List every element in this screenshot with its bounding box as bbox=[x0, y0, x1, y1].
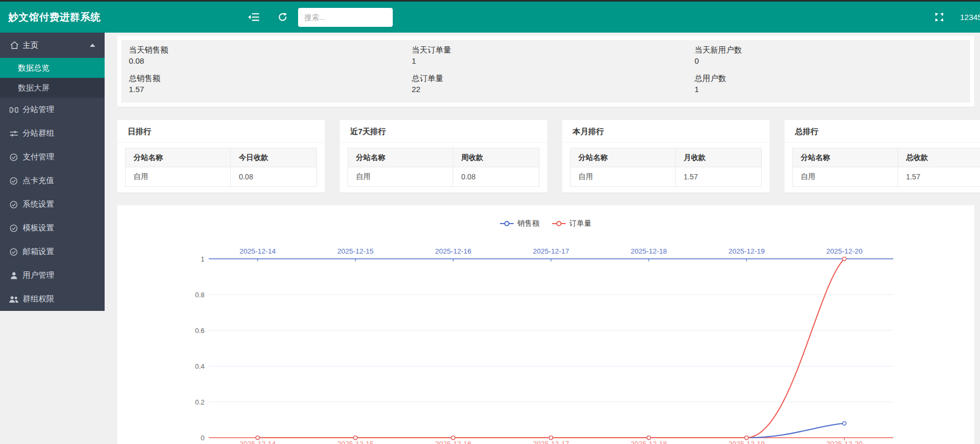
sidebar-item-3[interactable]: 点卡充值 bbox=[0, 169, 105, 193]
stats-inner-panel: 当天销售额0.08总销售额1.57当天订单量1总订单量22当天新用户数0总用户数… bbox=[121, 40, 970, 103]
rank-card-0: 日排行分站名称今日收款自用0.08 bbox=[117, 120, 325, 193]
table-row: 自用1.57 bbox=[793, 167, 980, 187]
home-icon bbox=[9, 41, 19, 49]
stat-value: 1 bbox=[695, 84, 970, 95]
svg-text:1: 1 bbox=[201, 255, 205, 263]
svg-text:2025-12-17: 2025-12-17 bbox=[533, 247, 569, 255]
sidebar: 主页 数据总览数据大屏 分站管理分站群组支付管理点卡充值系统设置模板设置邮箱设置… bbox=[0, 33, 105, 311]
stat-value: 0.08 bbox=[129, 56, 404, 66]
refresh-icon[interactable] bbox=[278, 2, 288, 33]
svg-text:2025-12-18: 2025-12-18 bbox=[630, 247, 667, 255]
svg-text:2025-12-19: 2025-12-19 bbox=[728, 440, 764, 444]
rank-table: 分站名称总收款自用1.57 bbox=[792, 148, 980, 187]
stat-label: 总订单量 bbox=[412, 72, 687, 84]
chart-legend: 销售额订单量 bbox=[117, 219, 974, 228]
legend-item-1[interactable]: 订单量 bbox=[552, 219, 591, 228]
table-row: 自用0.08 bbox=[348, 167, 539, 187]
circle-check-icon bbox=[8, 200, 19, 209]
svg-text:2025-12-16: 2025-12-16 bbox=[435, 440, 471, 444]
circle-check-icon bbox=[8, 153, 19, 162]
users-icon bbox=[8, 295, 19, 304]
grid-icon bbox=[8, 106, 19, 114]
sidebar-submenu: 数据总览数据大屏 bbox=[0, 58, 105, 98]
circle-check-icon bbox=[8, 248, 19, 256]
circle-check-icon bbox=[8, 224, 19, 233]
stat-label: 当天新用户数 bbox=[695, 44, 970, 56]
user-icon bbox=[8, 271, 19, 280]
sidebar-item-2[interactable]: 支付管理 bbox=[0, 145, 105, 169]
table-header-row: 分站名称周收款 bbox=[348, 148, 539, 167]
stat-column-2: 当天新用户数0总用户数1 bbox=[687, 40, 970, 103]
sidebar-item-4[interactable]: 系统设置 bbox=[0, 193, 105, 216]
sidebar-item-7[interactable]: 用户管理 bbox=[0, 264, 105, 287]
app-title: 妙文馆付费进群系统 bbox=[8, 2, 101, 33]
rank-card-2: 本月排行分站名称月收款自用1.57 bbox=[562, 120, 770, 193]
stat-column-1: 当天订单量1总订单量22 bbox=[404, 40, 687, 103]
svg-text:0.4: 0.4 bbox=[195, 362, 205, 370]
rank-table: 分站名称今日收款自用0.08 bbox=[125, 148, 317, 187]
svg-text:2025-12-17: 2025-12-17 bbox=[533, 440, 569, 444]
rank-table: 分站名称周收款自用0.08 bbox=[348, 148, 539, 187]
chevron-up-icon bbox=[90, 44, 95, 47]
svg-text:2025-12-14: 2025-12-14 bbox=[239, 247, 276, 255]
rank-card-1: 近7天排行分站名称周收款自用0.08 bbox=[340, 120, 547, 193]
sidebar-item-0[interactable]: 分站管理 bbox=[0, 98, 105, 122]
svg-text:2025-12-20: 2025-12-20 bbox=[826, 440, 862, 444]
legend-marker-icon bbox=[552, 221, 566, 226]
fullscreen-icon[interactable] bbox=[935, 2, 944, 33]
svg-text:2025-12-18: 2025-12-18 bbox=[630, 440, 667, 444]
svg-text:2025-12-20: 2025-12-20 bbox=[826, 247, 862, 255]
legend-marker-icon bbox=[500, 221, 514, 226]
rank-cards-row: 日排行分站名称今日收款自用0.08近7天排行分站名称周收款自用0.08本月排行分… bbox=[117, 120, 980, 193]
legend-item-0[interactable]: 销售额 bbox=[500, 219, 539, 228]
search-input[interactable] bbox=[298, 8, 393, 27]
table-header-row: 分站名称月收款 bbox=[570, 148, 762, 167]
sidebar-item-8[interactable]: 群组权限 bbox=[0, 287, 105, 311]
svg-text:0.2: 0.2 bbox=[195, 398, 205, 406]
stat-label: 当天订单量 bbox=[412, 44, 687, 56]
stat-value: 22 bbox=[412, 84, 687, 95]
rank-card-title: 日排行 bbox=[117, 120, 325, 143]
table-header-row: 分站名称总收款 bbox=[793, 148, 980, 167]
circle-check-icon bbox=[8, 177, 19, 185]
table-row: 自用0.08 bbox=[126, 167, 317, 187]
svg-text:0.8: 0.8 bbox=[195, 291, 205, 299]
svg-text:2025-12-16: 2025-12-16 bbox=[435, 247, 471, 255]
stat-column-0: 当天销售额0.08总销售额1.57 bbox=[121, 40, 404, 103]
sidebar-items: 分站管理分站群组支付管理点卡充值系统设置模板设置邮箱设置用户管理群组权限 bbox=[0, 98, 105, 311]
sidebar-item-1[interactable]: 分站群组 bbox=[0, 122, 105, 145]
svg-text:0: 0 bbox=[201, 434, 205, 442]
sidebar-subitem-1[interactable]: 数据大屏 bbox=[0, 78, 105, 98]
search-box bbox=[298, 8, 393, 27]
stats-card: 当天销售额0.08总销售额1.57当天订单量1总订单量22当天新用户数0总用户数… bbox=[117, 36, 974, 107]
stat-value: 0 bbox=[695, 56, 970, 66]
chart-card: 销售额订单量 00.20.40.60.812025-12-142025-12-1… bbox=[117, 205, 974, 444]
rank-card-3: 总排行分站名称总收款自用1.57 bbox=[784, 120, 980, 193]
sidebar-item-6[interactable]: 邮箱设置 bbox=[0, 240, 105, 264]
rank-card-title: 总排行 bbox=[784, 120, 980, 143]
sidebar-item-home[interactable]: 主页 bbox=[0, 33, 105, 58]
sidebar-item-5[interactable]: 模板设置 bbox=[0, 216, 105, 240]
stat-value: 1.57 bbox=[129, 84, 404, 95]
rank-card-title: 近7天排行 bbox=[340, 120, 547, 143]
sidebar-item-label: 主页 bbox=[23, 41, 38, 51]
table-row: 自用1.57 bbox=[570, 167, 762, 187]
svg-text:0.6: 0.6 bbox=[195, 327, 205, 335]
svg-text:2025-12-19: 2025-12-19 bbox=[728, 247, 764, 255]
rank-table: 分站名称月收款自用1.57 bbox=[570, 148, 762, 187]
svg-text:2025-12-15: 2025-12-15 bbox=[337, 247, 373, 255]
sidebar-subitem-0[interactable]: 数据总览 bbox=[0, 58, 105, 78]
sliders-icon bbox=[8, 129, 19, 138]
stat-label: 总销售额 bbox=[129, 72, 404, 84]
collapse-sidebar-icon[interactable] bbox=[248, 2, 260, 33]
stat-label: 总用户数 bbox=[695, 72, 970, 84]
username[interactable]: 12345 bbox=[960, 2, 980, 33]
stat-value: 1 bbox=[412, 56, 687, 66]
app-header: 妙文馆付费进群系统 12345 bbox=[0, 2, 980, 33]
svg-text:2025-12-15: 2025-12-15 bbox=[337, 440, 373, 444]
sales-orders-line-chart: 00.20.40.60.812025-12-142025-12-152025-1… bbox=[117, 231, 974, 444]
rank-card-title: 本月排行 bbox=[562, 120, 770, 143]
svg-text:2025-12-14: 2025-12-14 bbox=[239, 440, 276, 444]
table-header-row: 分站名称今日收款 bbox=[126, 148, 317, 167]
stat-label: 当天销售额 bbox=[129, 44, 404, 56]
